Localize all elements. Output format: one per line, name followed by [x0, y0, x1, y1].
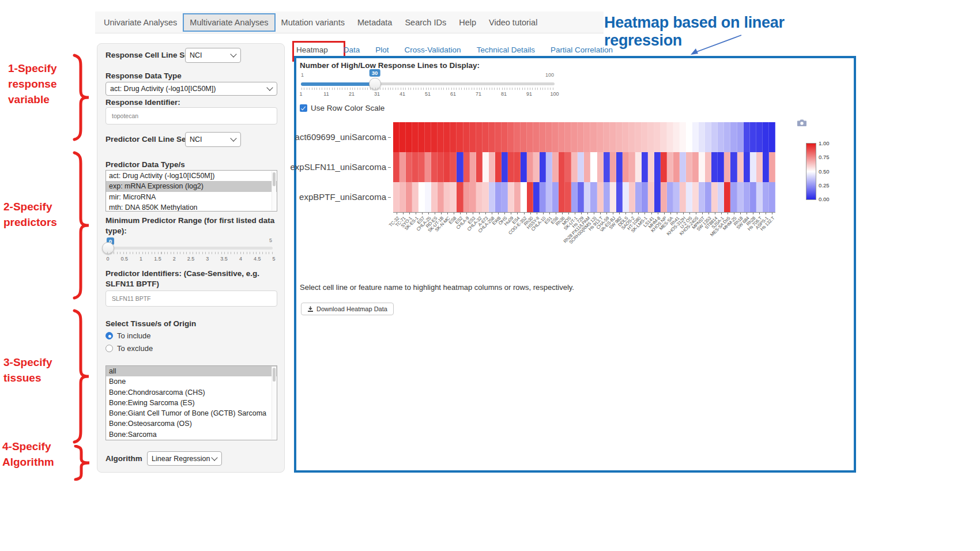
heatmap-cell[interactable]: [559, 122, 565, 152]
heatmap-cell[interactable]: [673, 182, 680, 212]
heatmap-cell[interactable]: [750, 122, 756, 152]
heatmap-cell[interactable]: [597, 182, 604, 212]
heatmap-cell[interactable]: [457, 182, 463, 212]
heatmap-cell[interactable]: [476, 122, 483, 152]
heatmap-cell[interactable]: [450, 152, 457, 182]
heatmap-cell[interactable]: [648, 122, 654, 152]
heatmap-cell[interactable]: [584, 182, 590, 212]
heatmap-cell[interactable]: [533, 122, 540, 152]
heatmap-cell[interactable]: [654, 152, 661, 182]
heatmap-cell[interactable]: [438, 182, 444, 212]
heatmap-cell[interactable]: [692, 182, 699, 212]
heatmap-cell[interactable]: [686, 122, 692, 152]
heatmap-cell[interactable]: [667, 152, 673, 182]
heatmap-cell[interactable]: [616, 182, 623, 212]
heatmap-cell[interactable]: [540, 152, 546, 182]
heatmap-cell[interactable]: [578, 122, 584, 152]
tissue-include-radio[interactable]: [105, 332, 113, 339]
heatmap-cell[interactable]: [584, 152, 590, 182]
heatmap-cell[interactable]: [648, 152, 654, 182]
heatmap-cell[interactable]: [629, 182, 635, 212]
heatmap-cell[interactable]: [635, 152, 642, 182]
row-color-scale-label[interactable]: Use Row Color Scale: [311, 104, 385, 112]
heatmap-cell[interactable]: [629, 152, 635, 182]
heatmap-cell[interactable]: [565, 152, 571, 182]
heatmap-cell[interactable]: [680, 182, 686, 212]
heatmap-cell[interactable]: [578, 152, 584, 182]
heatmap-cell[interactable]: [750, 182, 756, 212]
heatmap-cell[interactable]: [502, 152, 508, 182]
heatmap-cell[interactable]: [552, 152, 559, 182]
heatmap-cell[interactable]: [623, 182, 629, 212]
heatmap-cell[interactable]: [686, 152, 692, 182]
heatmap-cell[interactable]: [425, 152, 431, 182]
heatmap-cell[interactable]: [399, 122, 406, 152]
heatmap-cell[interactable]: [502, 122, 508, 152]
heatmap-cell[interactable]: [597, 152, 604, 182]
heatmap-cell[interactable]: [590, 152, 597, 182]
nav-tab-video-tutorial[interactable]: Video tutorial: [483, 14, 544, 31]
heatmap-cell[interactable]: [431, 122, 438, 152]
heatmap-cell[interactable]: [718, 182, 724, 212]
heatmap-cell[interactable]: [597, 122, 604, 152]
tissue-option[interactable]: all: [106, 366, 277, 376]
heatmap-cell[interactable]: [744, 152, 750, 182]
response-cell-line-set-select[interactable]: NCI: [185, 48, 241, 63]
heatmap-cell[interactable]: [393, 122, 399, 152]
heatmap-cell[interactable]: [470, 182, 476, 212]
heatmap-cell[interactable]: [457, 152, 463, 182]
heatmap-cell[interactable]: [654, 122, 661, 152]
heatmap-cell[interactable]: [590, 122, 597, 152]
heatmap-cell[interactable]: [642, 182, 648, 212]
heatmap-cell[interactable]: [470, 152, 476, 182]
heatmap-cell[interactable]: [718, 152, 724, 182]
heatmap-cell[interactable]: [463, 152, 470, 182]
heatmap-cell[interactable]: [756, 122, 763, 152]
heatmap-cell[interactable]: [705, 182, 711, 212]
heatmap-cell[interactable]: [470, 122, 476, 152]
heatmap-cell[interactable]: [571, 122, 578, 152]
tab-technical-details[interactable]: Technical Details: [477, 46, 535, 54]
heatmap-cell[interactable]: [552, 182, 559, 212]
heatmap-cell[interactable]: [571, 152, 578, 182]
tab-cross-validation[interactable]: Cross-Validation: [405, 46, 461, 54]
predictor-cell-line-set-select[interactable]: NCI: [185, 132, 241, 147]
heatmap-cell[interactable]: [724, 182, 730, 212]
heatmap-cell[interactable]: [444, 122, 450, 152]
heatmap-cell[interactable]: [737, 152, 744, 182]
heatmap-cell[interactable]: [559, 152, 565, 182]
heatmap-cell[interactable]: [425, 182, 431, 212]
heatmap-cell[interactable]: [431, 152, 438, 182]
heatmap-cell[interactable]: [705, 152, 711, 182]
camera-download-icon[interactable]: [797, 119, 807, 127]
heatmap-cell[interactable]: [692, 122, 699, 152]
heatmap-cell[interactable]: [502, 182, 508, 212]
tissue-include-label[interactable]: To include: [117, 331, 151, 340]
heatmap-cell[interactable]: [431, 182, 438, 212]
tissue-option[interactable]: Bone:Sarcoma: [106, 429, 277, 440]
heatmap-cell[interactable]: [521, 182, 527, 212]
predictor-data-type-option[interactable]: act: Drug Activity (-log10[IC50M]): [106, 171, 277, 181]
heatmap-cell[interactable]: [527, 122, 533, 152]
heatmap-cell[interactable]: [483, 152, 489, 182]
heatmap-cell[interactable]: [476, 182, 483, 212]
nav-tab-multivariate-analyses[interactable]: Multivariate Analyses: [183, 14, 274, 31]
heatmap-cell[interactable]: [724, 122, 730, 152]
nav-tab-help[interactable]: Help: [453, 14, 483, 31]
nav-tab-mutation-variants[interactable]: Mutation variants: [275, 14, 351, 31]
heatmap-cell[interactable]: [514, 152, 521, 182]
heatmap-cell[interactable]: [565, 122, 571, 152]
heatmap-cell[interactable]: [680, 152, 686, 182]
heatmap-cell[interactable]: [756, 182, 763, 212]
heatmap-cell[interactable]: [642, 152, 648, 182]
predictor-data-type-option[interactable]: exp: mRNA Expression (log2): [106, 181, 277, 191]
heatmap-cell[interactable]: [711, 122, 718, 152]
predictor-data-type-option[interactable]: mir: MicroRNA: [106, 192, 277, 202]
heatmap-cell[interactable]: [533, 152, 540, 182]
heatmap-cell[interactable]: [737, 182, 744, 212]
heatmap-cell[interactable]: [648, 182, 654, 212]
tissue-exclude-label[interactable]: To exclude: [117, 344, 153, 353]
heatmap-cell[interactable]: [654, 182, 661, 212]
heatmap-cell[interactable]: [419, 182, 425, 212]
heatmap-cell[interactable]: [730, 182, 737, 212]
